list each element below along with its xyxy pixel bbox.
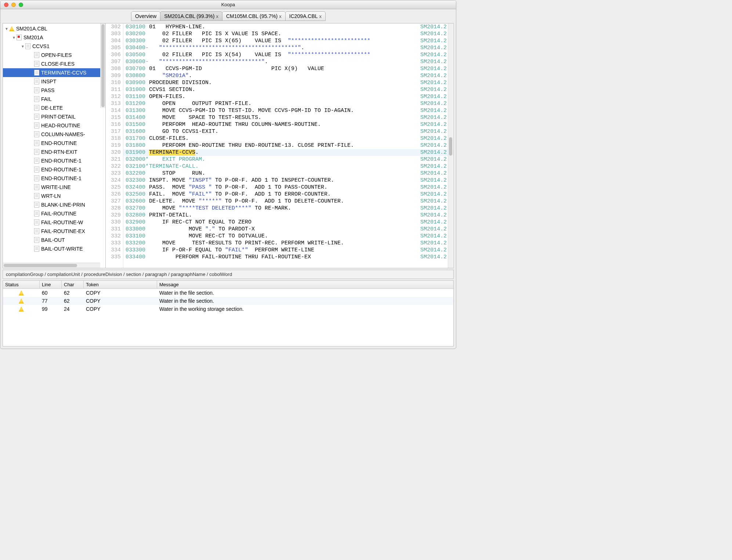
code-line-331[interactable]: 033000 MOVE "." TO PARDOT-XSM2014.2	[123, 226, 453, 233]
tree-item-end-rtn-exit[interactable]: END-RTN-EXIT	[3, 148, 105, 156]
disclosure-triangle-icon[interactable]: ▼	[12, 36, 16, 40]
tree-item-column-names-[interactable]: COLUMN-NAMES-	[3, 130, 105, 139]
tree-item-fail-routine[interactable]: FAIL-ROUTINE	[3, 209, 105, 218]
tree-item-pass[interactable]: PASS	[3, 86, 105, 95]
tab-2[interactable]: CM105M.CBL (95.7%)x	[222, 11, 286, 21]
tree-scrollbar[interactable]	[100, 23, 105, 108]
tab-3[interactable]: IC209A.CBLx	[285, 11, 326, 21]
code-line-320[interactable]: 031900TERMINATE-CCVS.SM2014.2	[123, 149, 453, 156]
titlebar[interactable]: Koopa	[0, 0, 456, 9]
tree-item-icon	[34, 175, 40, 181]
problem-char: 62	[62, 298, 84, 304]
code-line-326[interactable]: 032500FAIL. MOVE "FAIL*" TO P-OR-F. ADD …	[123, 191, 453, 198]
tree-item-fail-routine-w[interactable]: FAIL-ROUTINE-W	[3, 218, 105, 227]
tab-label: CM105M.CBL (95.7%)	[226, 13, 278, 19]
tab-1[interactable]: SM201A.CBL (99.3%)x	[160, 11, 222, 21]
close-tab-icon[interactable]: x	[216, 14, 218, 19]
problem-row[interactable]: 9924COPYWater in the working storage sec…	[3, 305, 453, 313]
tree-item-terminate-ccvs[interactable]: TERMINATE-CCVS	[3, 68, 105, 77]
tree-item-fail-routine-ex[interactable]: FAIL-ROUTINE-EX	[3, 227, 105, 236]
disclosure-triangle-icon[interactable]: ▼	[21, 44, 25, 48]
code-line-324[interactable]: 032300INSPT. MOVE "INSPT" TO P-OR-F. ADD…	[123, 177, 453, 184]
tree-item-open-files[interactable]: OPEN-FILES	[3, 51, 105, 59]
code-line-318[interactable]: 031700CLOSE-FILES.SM2014.2	[123, 135, 453, 142]
code-line-334[interactable]: 033300 IF P-OR-F EQUAL TO "FAIL*" PERFOR…	[123, 247, 453, 254]
col-line[interactable]: Line	[40, 281, 62, 288]
code-line-317[interactable]: 031600 GO TO CCVS1-EXIT.SM2014.2	[123, 128, 453, 135]
code-line-329[interactable]: 032800PRINT-DETAIL.SM2014.2	[123, 212, 453, 219]
code-line-333[interactable]: 033200 MOVE TEST-RESULTS TO PRINT-REC. P…	[123, 240, 453, 247]
close-tab-icon[interactable]: x	[279, 14, 282, 19]
problem-row[interactable]: 7762COPYWater in the file section.	[3, 297, 453, 305]
code-line-327[interactable]: 032600DE-LETE. MOVE "*****" TO P-OR-F. A…	[123, 198, 453, 205]
code-line-330[interactable]: 032900 IF REC-CT NOT EQUAL TO ZEROSM2014…	[123, 219, 453, 226]
code-line-315[interactable]: 031400 MOVE SPACE TO TEST-RESULTS.SM2014…	[123, 114, 453, 121]
tree-item-end-routine-1[interactable]: END-ROUTINE-1	[3, 174, 105, 183]
code-text: 02 FILLER PIC IS X(54) VALUE IS "*******…	[149, 51, 420, 58]
tab-label: SM201A.CBL (99.3%)	[164, 13, 214, 19]
tree-item-blank-line-prin[interactable]: BLANK-LINE-PRIN	[3, 200, 105, 209]
tree-item-bail-out-write[interactable]: BAIL-OUT-WRITE	[3, 244, 105, 253]
code-line-313[interactable]: 031200 OPEN OUTPUT PRINT-FILE.SM2014.2	[123, 100, 453, 107]
code-line-316[interactable]: 031500 PERFORM HEAD-ROUTINE THRU COLUMN-…	[123, 121, 453, 128]
code-line-319[interactable]: 031800 PERFORM END-ROUTINE THRU END-ROUT…	[123, 142, 453, 149]
tree-item-bail-out[interactable]: BAIL-OUT	[3, 236, 105, 244]
tree-item-end-routine-1[interactable]: END-ROUTINE-1	[3, 165, 105, 174]
outline-tree[interactable]: ▼SM201A.CBL▼SM201A▼CCVS1OPEN-FILESCLOSE-…	[3, 23, 106, 268]
tree-item-label: CLOSE-FILES	[41, 61, 75, 67]
code-line-335[interactable]: 033400 PERFORM FAIL-ROUTINE THRU FAIL-RO…	[123, 254, 453, 261]
tree-hscrollbar[interactable]	[3, 263, 100, 268]
tree-item-close-files[interactable]: CLOSE-FILES	[3, 59, 105, 68]
code-line-325[interactable]: 032400PASS. MOVE "PASS " TO P-OR-F. ADD …	[123, 184, 453, 191]
code-line-303[interactable]: 030200 02 FILLER PIC IS X VALUE IS SPACE…	[123, 30, 453, 37]
sequence-number: 030100	[123, 23, 149, 30]
tree-item-wrt-ln[interactable]: WRT-LN	[3, 192, 105, 200]
tree-item-icon	[9, 26, 15, 32]
code-line-304[interactable]: 030300 02 FILLER PIC IS X(65) VALUE IS "…	[123, 37, 453, 44]
sequence-number: 033100	[123, 233, 149, 240]
tab-0[interactable]: Overview	[131, 11, 160, 21]
code-line-310[interactable]: 030900PROCEDURE DIVISION.SM2014.2	[123, 79, 453, 86]
tree-item-end-routine-1[interactable]: END-ROUTINE-1	[3, 156, 105, 165]
sequence-number: 031600	[123, 128, 149, 135]
code-line-302[interactable]: 03010001 HYPHEN-LINE.SM2014.2	[123, 23, 453, 30]
col-message[interactable]: Message	[157, 281, 453, 288]
code-line-306[interactable]: 030500 02 FILLER PIC IS X(54) VALUE IS "…	[123, 51, 453, 58]
code-line-308[interactable]: 03070001 CCVS-PGM-ID PIC X(9) VALUESM201…	[123, 65, 453, 72]
code-line-323[interactable]: 032200 STOP RUN.SM2014.2	[123, 170, 453, 177]
code-line-314[interactable]: 031300 MOVE CCVS-PGM-ID TO TEST-ID. MOVE…	[123, 107, 453, 114]
code-line-311[interactable]: 031000CCVS1 SECTION.SM2014.2	[123, 86, 453, 93]
editor-scrollbar[interactable]	[448, 23, 453, 268]
code-line-305[interactable]: 030400- "*******************************…	[123, 44, 453, 51]
problem-token: COPY	[84, 290, 157, 296]
code-line-312[interactable]: 031100OPEN-FILES.SM2014.2	[123, 93, 453, 100]
col-char[interactable]: Char	[62, 281, 84, 288]
tree-item-inspt[interactable]: INSPT	[3, 77, 105, 86]
problem-row[interactable]: 6062COPYWater in the file section.	[3, 289, 453, 297]
code-line-332[interactable]: 033100 MOVE REC-CT TO DOTVALUE.SM2014.2	[123, 233, 453, 240]
code-line-328[interactable]: 032700 MOVE "****TEST DELETED****" TO RE…	[123, 205, 453, 212]
tree-item-label: SM201A	[23, 34, 43, 40]
tree-item-icon	[34, 184, 40, 190]
tree-root[interactable]: ▼SM201A.CBL	[3, 24, 105, 33]
col-token[interactable]: Token	[84, 281, 157, 288]
tree-item-fail[interactable]: FAIL	[3, 95, 105, 103]
tree-item-print-detail[interactable]: PRINT-DETAIL	[3, 112, 105, 121]
code-line-307[interactable]: 030600- "******************************"…	[123, 58, 453, 65]
tree-item-write-line[interactable]: WRITE-LINE	[3, 183, 105, 192]
tree-item-label: FAIL	[41, 96, 52, 102]
disclosure-triangle-icon[interactable]: ▼	[4, 27, 9, 31]
tree-section[interactable]: ▼CCVS1	[3, 42, 105, 51]
code-line-322[interactable]: 032100*TERMINATE-CALL.SM2014.2	[123, 163, 453, 170]
tree-item-end-routine[interactable]: END-ROUTINE	[3, 139, 105, 148]
window-title: Koopa	[0, 2, 456, 7]
code-line-309[interactable]: 030800 "SM201A".SM2014.2	[123, 72, 453, 79]
col-status[interactable]: Status	[3, 281, 40, 288]
close-tab-icon[interactable]: x	[319, 14, 322, 19]
tree-item-icon	[34, 193, 40, 199]
code-line-321[interactable]: 032000* EXIT PROGRAM.SM2014.2	[123, 156, 453, 163]
tree-item-head-routine[interactable]: HEAD-ROUTINE	[3, 121, 105, 130]
tree-program[interactable]: ▼SM201A	[3, 33, 105, 42]
tree-item-de-lete[interactable]: DE-LETE	[3, 103, 105, 112]
code-editor[interactable]: 3023033043053063073083093103113123133143…	[106, 23, 453, 268]
